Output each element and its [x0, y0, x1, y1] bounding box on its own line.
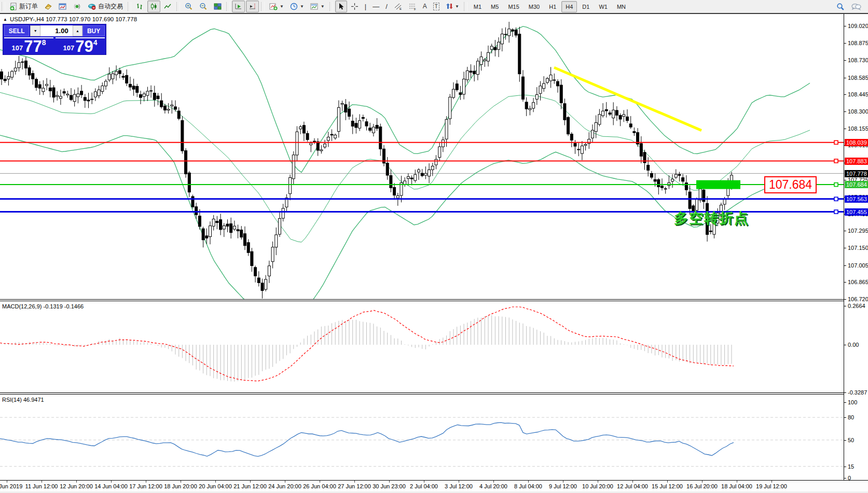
new-order-icon	[10, 3, 18, 10]
timeframe-button-h4[interactable]: H4	[561, 1, 577, 12]
arrows-tool-button[interactable]: ▼	[443, 1, 462, 12]
zoom-out-button[interactable]	[197, 1, 210, 12]
time-axis-label: 10 Jun 2019	[0, 483, 22, 489]
chart-window-icon	[59, 3, 67, 10]
one-click-panel-toggle-icon[interactable]: ▲	[3, 17, 7, 22]
zoom-in-button[interactable]	[182, 1, 196, 12]
bar-chart-type-button[interactable]	[133, 1, 146, 12]
time-tick-mark	[667, 481, 668, 483]
timeframe-button-m1[interactable]: M1	[470, 1, 486, 12]
chat-icon	[851, 3, 861, 11]
zoom-in-icon	[185, 3, 193, 10]
volume-decrease-button[interactable]: ▼	[30, 25, 40, 36]
indicators-dropdown-icon[interactable]: ▼	[280, 4, 284, 9]
time-axis-label: 24 Jun 20:00	[268, 483, 301, 489]
time-tick-mark	[285, 481, 285, 483]
volume-field[interactable]: 1.00	[40, 25, 73, 36]
crosshair-tool-button[interactable]	[348, 1, 361, 12]
modify-tool-button[interactable]	[42, 1, 55, 12]
macd-panel[interactable]	[0, 302, 844, 392]
time-tick-mark	[215, 481, 216, 483]
timeframe-button-w1[interactable]: W1	[595, 1, 612, 12]
volume-increase-button[interactable]: ▲	[73, 25, 83, 36]
panel-separator[interactable]	[0, 392, 868, 395]
periods-dropdown-icon[interactable]: ▼	[300, 4, 304, 9]
price-axis[interactable]: 109.020108.875108.730108.585108.445108.3…	[844, 14, 868, 480]
fibonacci-tool-button[interactable]: F	[406, 1, 419, 12]
toolbar-grip	[128, 2, 131, 11]
vertical-line-tool-button[interactable]: |	[362, 1, 369, 12]
time-tick-mark	[42, 481, 42, 483]
rsi-panel[interactable]	[0, 395, 844, 480]
chart-window-button[interactable]	[56, 1, 70, 12]
chart-title-row: ▲ USDJPY-,H4 107.773 107.970 107.690 107…	[3, 16, 137, 22]
timeframe-button-mn[interactable]: MN	[613, 1, 630, 12]
horizontal-line-icon: —	[373, 3, 379, 10]
cursor-icon	[338, 3, 345, 10]
rsi-tick-label: 15	[848, 463, 854, 470]
buy-price-point: 4	[93, 39, 98, 46]
horizontal-line-tool-button[interactable]: —	[370, 1, 382, 12]
spin-down-icon: ▼	[34, 29, 37, 33]
price-tick-mark	[844, 299, 846, 300]
price-tag-box[interactable]: 107.684	[764, 176, 817, 193]
one-click-trading-panel: SELL ▼ 1.00 ▲ BUY 107 77 8 107 79 4	[3, 24, 106, 55]
templates-button[interactable]: ▼	[308, 1, 327, 12]
channel-tool-button[interactable]: E	[391, 1, 405, 12]
text-tool-button[interactable]: A	[420, 1, 430, 12]
timeframe-button-d1[interactable]: D1	[578, 1, 594, 12]
timeframe-button-m5[interactable]: M5	[487, 1, 503, 12]
svg-text:F: F	[414, 8, 416, 11]
time-axis[interactable]: 10 Jun 201911 Jun 12:0012 Jun 20:0014 Ju…	[0, 481, 868, 491]
rsi-tick-mark	[844, 417, 846, 418]
trendline-tool-button[interactable]: /	[383, 1, 390, 12]
time-axis-label: 18 Jun 20:00	[164, 483, 197, 489]
main-toolbar: 新订单 自动交易	[0, 0, 868, 13]
panel-separator[interactable]	[0, 299, 868, 301]
autotrading-button[interactable]: 自动交易	[85, 1, 126, 12]
indicators-button[interactable]: ▼	[267, 1, 286, 12]
search-button[interactable]	[834, 1, 847, 12]
rsi-label: RSI(14) 46.9471	[2, 397, 44, 403]
chat-button[interactable]	[848, 1, 864, 12]
periods-button[interactable]: ▼	[287, 1, 307, 12]
buy-price[interactable]: 107 79 4	[56, 37, 105, 54]
macd-tick-mark	[844, 306, 846, 306]
time-tick-mark	[598, 481, 598, 483]
candlestick-type-button[interactable]	[147, 1, 160, 12]
main-price-chart[interactable]	[0, 14, 844, 299]
signals-button[interactable]	[71, 1, 84, 12]
price-tick-mark	[844, 60, 846, 61]
tile-windows-button[interactable]	[211, 1, 224, 12]
svg-text:E: E	[399, 7, 402, 10]
buy-button[interactable]: BUY	[82, 25, 105, 36]
line-chart-type-button[interactable]	[161, 1, 174, 12]
rsi-tick-mark	[844, 467, 846, 467]
new-order-button[interactable]: 新订单	[7, 1, 40, 12]
equidistant-channel-icon: E	[394, 3, 402, 10]
time-tick-mark	[771, 481, 772, 483]
text-label-tool-button[interactable]: T	[431, 1, 442, 12]
templates-dropdown-icon[interactable]: ▼	[321, 4, 325, 9]
price-tick-label: 108.445	[848, 91, 868, 97]
tile-windows-icon	[214, 3, 222, 10]
text-label-icon: T	[433, 3, 439, 10]
indicators-icon	[269, 3, 278, 10]
cursor-tool-button[interactable]	[335, 1, 347, 12]
timeframe-button-h1[interactable]: H1	[545, 1, 560, 12]
timeframe-button-m15[interactable]: M15	[504, 1, 523, 12]
sell-button[interactable]: SELL	[4, 25, 29, 36]
rsi-tick-mark	[844, 440, 846, 441]
crosshair-icon	[351, 3, 359, 10]
chart-annotation-text[interactable]: 多空转折点	[674, 209, 749, 228]
price-tick-label: 108.875	[848, 40, 868, 46]
timeframe-button-m30[interactable]: M30	[525, 1, 544, 12]
price-tick-label: 109.020	[848, 23, 868, 29]
sell-price[interactable]: 107 77 8	[4, 37, 53, 54]
sell-price-point: 8	[42, 39, 46, 46]
time-axis-label: 26 Jun 04:00	[303, 483, 336, 489]
arrows-dropdown-icon[interactable]: ▼	[455, 4, 459, 9]
chart-shift-button[interactable]	[246, 1, 259, 12]
template-icon	[310, 3, 319, 10]
auto-scroll-button[interactable]	[232, 1, 245, 12]
